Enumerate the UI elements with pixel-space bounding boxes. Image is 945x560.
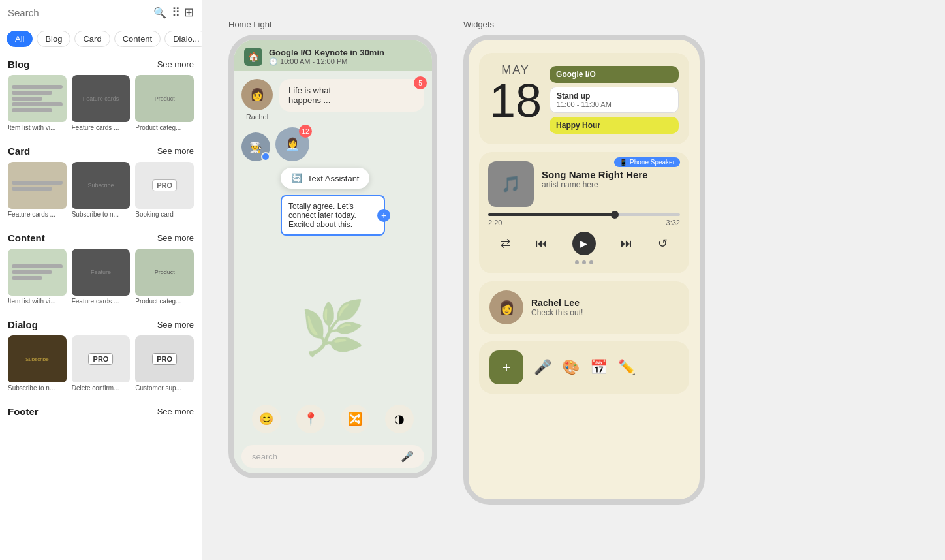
section-footer: Footer See more [0, 399, 202, 422]
prev-button[interactable]: ⏮ [536, 237, 548, 251]
footer-see-more[interactable]: See more [157, 407, 194, 416]
cal-events: Google I/O Stand up 11:00 - 11:30 AM Hap… [550, 63, 679, 134]
grid-icon-squares[interactable]: ⊞ [184, 5, 194, 20]
dialog-see-more[interactable]: See more [157, 320, 194, 330]
list-item[interactable]: Subscribe Subscribe to n... [8, 335, 67, 392]
shuffle-icon[interactable]: 🔀 [341, 405, 369, 433]
widgets-phone: MAY 18 Google I/O Stand up 11:00 - 11:30… [463, 35, 705, 505]
tab-all[interactable]: All [7, 31, 33, 47]
palette-action[interactable]: 🎨 [562, 359, 580, 376]
dot-3 [589, 260, 593, 264]
text-assistant-label: Text Assistant [307, 174, 359, 183]
item-label: Subscribe to n... [72, 211, 131, 218]
music-title: Song Name Right Here [542, 169, 680, 180]
search-bar: 🔍 ⠿ ⊞ [0, 0, 202, 25]
phone-search-text: search [252, 452, 277, 461]
widget-music: 🎵 📱 Phone Speaker Song Name Right Here a… [479, 152, 689, 273]
list-item[interactable]: Feature Feature cards ... [72, 249, 131, 305]
text-assistant-popup[interactable]: 🔄 Text Assistant [281, 168, 369, 189]
repeat-button[interactable]: ↺ [658, 236, 668, 251]
cal-event-standup-time: 11:00 - 11:30 AM [557, 101, 672, 108]
notif-icon: 🏠 [244, 48, 262, 66]
list-item[interactable]: PRO Customer sup... [135, 335, 194, 392]
item-label: Customer sup... [135, 384, 194, 392]
sidebar: 🔍 ⠿ ⊞ All Blog Card Content Dialo... Blo… [0, 0, 202, 560]
progress-track [488, 213, 680, 216]
list-item[interactable]: PRO Delete confirm... [72, 335, 131, 392]
contrast-icon[interactable]: ◑ [385, 405, 414, 433]
tab-dialog[interactable]: Dialo... [164, 31, 202, 47]
add-button[interactable]: + [489, 350, 523, 384]
dot-2 [582, 260, 586, 264]
pencil-action[interactable]: ✏️ [618, 359, 636, 376]
list-item[interactable]: Subscribe Subscribe to n... [72, 162, 131, 218]
message-sender: Rachel Lee [531, 298, 679, 308]
mic-action[interactable]: 🎤 [534, 359, 551, 376]
filter-tabs: All Blog Card Content Dialo... [0, 25, 202, 52]
item-label: Feature cards ... [8, 211, 67, 218]
tab-blog[interactable]: Blog [37, 31, 70, 47]
msg-line3: Excited about this. [288, 220, 377, 229]
section-blog-header: Blog See more [8, 59, 194, 70]
dialog-title: Dialog [8, 319, 38, 330]
phone-bottom-bar: 😊 📍 🔀 ◑ [234, 398, 432, 440]
blog-see-more[interactable]: See more [157, 59, 194, 69]
progress-knob [611, 211, 619, 219]
pro-badge: PRO [89, 353, 114, 365]
music-device-label: Phone Speaker [630, 159, 675, 166]
cal-day: 18 [489, 77, 542, 124]
music-thumbnail: 🎵 [488, 161, 534, 207]
phone-search-bar: search 🎤 [234, 440, 432, 473]
phone-search-inner[interactable]: search 🎤 [241, 445, 424, 468]
cal-event-happy: Happy Hour [550, 117, 679, 134]
time-total: 3:32 [666, 219, 680, 226]
message-content: Rachel Lee Check this out! [531, 298, 679, 317]
shuffle-button[interactable]: ⇄ [501, 236, 510, 251]
chat-message-line1: Life is what [288, 86, 415, 95]
chat-badge: 5 [414, 76, 427, 89]
search-input[interactable] [8, 7, 148, 18]
calendar-action[interactable]: 📅 [590, 359, 608, 376]
avatar-badge [261, 152, 270, 161]
avatar: 👩 [241, 79, 273, 110]
msg-line2: connect later today. [288, 211, 377, 220]
list-item[interactable]: PRO Booking card [135, 162, 194, 218]
location-icon[interactable]: 📍 [296, 405, 325, 433]
widgets-label: Widgets [463, 20, 494, 29]
section-content: Content See more Item list with vi... Fe… [0, 226, 202, 313]
notif-title: Google I/O Keynote in 30min [269, 48, 422, 57]
chat-row-2: 👨‍🍳 👩‍💼 12 [241, 127, 424, 161]
item-label: Product categ... [135, 298, 194, 305]
progress-bar[interactable] [488, 213, 680, 216]
tab-content[interactable]: Content [114, 31, 161, 47]
progress-fill [488, 213, 613, 216]
content-title: Content [8, 232, 45, 243]
list-item[interactable]: Product Product categ... [135, 249, 194, 305]
list-item[interactable]: Item list with vi... [8, 75, 67, 131]
section-footer-header: Footer See more [8, 406, 194, 417]
item-label: Feature cards ... [72, 124, 131, 131]
card-see-more[interactable]: See more [157, 146, 194, 156]
content-item-grid: Item list with vi... Feature Feature car… [8, 249, 194, 305]
play-button[interactable]: ▶ [572, 232, 596, 255]
next-button[interactable]: ⏭ [621, 237, 632, 251]
section-content-header: Content See more [8, 232, 194, 243]
emoji-icon[interactable]: 😊 [252, 405, 281, 433]
blog-item-grid: Item list with vi... Feature cards Featu… [8, 75, 194, 131]
notif-text: Google I/O Keynote in 30min 🕙 10:00 AM -… [269, 48, 422, 66]
grid-icons: ⠿ ⊞ [172, 5, 194, 20]
msg-line1: Totally agree. Let's [288, 202, 377, 211]
list-item[interactable]: Feature cards Feature cards ... [72, 75, 131, 131]
content-see-more[interactable]: See more [157, 233, 194, 243]
search-icon: 🔍 [153, 7, 166, 19]
dot-1 [575, 260, 579, 264]
tab-card[interactable]: Card [74, 31, 110, 47]
widget-actions: + 🎤 🎨 📅 ✏️ [479, 341, 689, 394]
list-item[interactable]: Item list with vi... [8, 249, 67, 305]
music-controls: ⇄ ⏮ ▶ ⏭ ↺ [488, 226, 680, 260]
selected-message: Totally agree. Let's connect later today… [281, 195, 385, 236]
grid-icon-dots[interactable]: ⠿ [172, 5, 180, 20]
list-item[interactable]: Feature cards ... [8, 162, 67, 218]
chat-bubble-group: 👩 Rachel Life is what happens ... 5 [241, 79, 424, 121]
list-item[interactable]: Product Product categ... [135, 75, 194, 131]
